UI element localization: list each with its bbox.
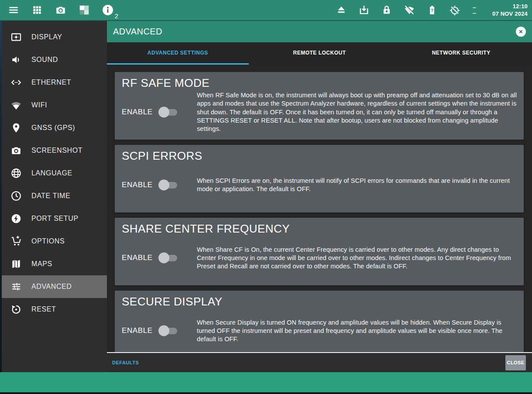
defaults-button[interactable]: DEFAULTS (112, 360, 139, 365)
camera-icon[interactable] (55, 4, 66, 16)
camera-icon (10, 145, 22, 156)
card-description: When Share CF is On, the current Center … (197, 246, 517, 271)
top-status-bar: 2 ? – – 12:10 07 NOV 2024 (0, 0, 532, 21)
card-description: When Secure Display is turned ON frequen… (197, 319, 517, 344)
wifi-icon (10, 99, 22, 111)
power-bolt-icon (10, 213, 22, 224)
sidebar-item-label: ADVANCED (31, 283, 72, 291)
card-body: ENABLE When Secure Display is turned ON … (122, 310, 517, 352)
sidebar-item-datetime[interactable]: DATE TIME (2, 185, 107, 207)
sidebar-item-options[interactable]: OPTIONS (2, 230, 107, 253)
card-body: ENABLE When SCPI Errors are on, the inst… (122, 164, 517, 206)
settings-cards-area: RF SAFE MODE ENABLE When RF Safe Mode is… (107, 65, 532, 352)
settings-sidebar: DISPLAY SOUND ETHERNET WIFI GNSS (GPS) S… (2, 21, 107, 372)
panel-title: ADVANCED (113, 27, 162, 37)
sidebar-item-display[interactable]: DISPLAY (2, 26, 107, 48)
info-icon[interactable]: 2 (102, 4, 113, 16)
sidebar-item-label: ETHERNET (31, 79, 71, 86)
dash-top: – (473, 7, 476, 8)
tune-sliders-icon (10, 281, 22, 292)
sidebar-item-label: SCREENSHOT (31, 147, 82, 154)
sidebar-item-wifi[interactable]: WIFI (2, 94, 107, 116)
sidebar-item-label: DISPLAY (31, 33, 62, 41)
toggle-knob (158, 325, 169, 336)
sidebar-item-label: OPTIONS (31, 237, 65, 245)
battery-unknown-icon[interactable]: ? (426, 4, 438, 16)
sidebar-item-maps[interactable]: MAPS (2, 253, 107, 275)
enable-label: ENABLE (122, 254, 153, 262)
cart-plus-icon (10, 236, 22, 247)
close-button[interactable]: CLOSE (505, 355, 526, 370)
enable-label: ENABLE (122, 108, 153, 116)
toggle-knob (158, 253, 169, 264)
card-body: ENABLE When Share CF is On, the current … (122, 237, 517, 279)
card-title: RF SAFE MODE (122, 76, 517, 90)
panel-close-button[interactable] (516, 27, 526, 37)
secure-display-toggle[interactable] (160, 328, 177, 334)
sidebar-item-label: RESET (31, 305, 56, 313)
globe-icon (10, 168, 22, 179)
card-rf-safe-mode: RF SAFE MODE ENABLE When RF Safe Mode is… (115, 72, 524, 140)
card-title: SECURE DISPLAY (122, 295, 517, 308)
rf-safe-mode-toggle[interactable] (160, 109, 177, 116)
panel-footer: DEFAULTS CLOSE (107, 352, 532, 372)
menu-icon[interactable] (8, 4, 19, 16)
display-brightness-icon (10, 31, 22, 43)
sidebar-item-ethernet[interactable]: ETHERNET (2, 71, 107, 94)
sidebar-item-screenshot[interactable]: SCREENSHOT (2, 139, 107, 162)
clock-date: 07 NOV 2024 (488, 10, 528, 17)
sidebar-item-sound[interactable]: SOUND (2, 48, 107, 71)
toggle-knob (158, 180, 169, 191)
tab-remote-lockout[interactable]: REMOTE LOCKOUT (249, 42, 391, 65)
card-secure-display: SECURE DISPLAY ENABLE When Secure Displa… (115, 291, 524, 352)
toggle-knob (158, 107, 169, 118)
wifi-off-icon[interactable] (404, 4, 415, 16)
sidebar-item-label: DATE TIME (31, 192, 70, 200)
enable-row: ENABLE (122, 254, 197, 262)
sidebar-item-label: GNSS (GPS) (31, 124, 75, 132)
sidebar-item-reset[interactable]: RESET (2, 298, 107, 321)
enable-row: ENABLE (122, 326, 197, 335)
timer-off-icon[interactable] (449, 4, 460, 16)
clock-time: 12:10 (488, 3, 528, 10)
apps-grid-icon[interactable] (31, 4, 43, 16)
scpi-errors-toggle[interactable] (160, 182, 177, 188)
share-cf-toggle[interactable] (160, 255, 177, 261)
topbar-right-icons: ? – – 12:10 07 NOV 2024 (336, 3, 532, 17)
eject-icon[interactable] (336, 4, 347, 16)
panel-header: ADVANCED (107, 21, 532, 42)
bottom-dark-edge (0, 392, 532, 394)
clock-icon (10, 190, 22, 202)
sidebar-item-language[interactable]: LANGUAGE (2, 162, 107, 185)
info-count-badge: 2 (115, 12, 118, 20)
status-placeholder-dashes: – – (472, 7, 477, 14)
tab-advanced-settings[interactable]: ADVANCED SETTINGS (107, 42, 249, 65)
advanced-panel: ADVANCED ADVANCED SETTINGS REMOTE LOCKOU… (107, 21, 532, 372)
sidebar-item-advanced[interactable]: ADVANCED (2, 275, 107, 298)
enable-label: ENABLE (122, 326, 153, 335)
card-title: SHARE CENTER FREQUENCY (122, 222, 517, 236)
sidebar-item-label: PORT SETUP (31, 215, 79, 223)
card-share-center-frequency: SHARE CENTER FREQUENCY ENABLE When Share… (115, 218, 524, 285)
sidebar-item-gnss[interactable]: GNSS (GPS) (2, 116, 107, 139)
theme-squares-icon[interactable] (79, 4, 90, 16)
card-description: When RF Safe Mode is on, the instrument … (197, 91, 517, 133)
panel-tabs: ADVANCED SETTINGS REMOTE LOCKOUT NETWORK… (107, 42, 532, 65)
tab-network-security[interactable]: NETWORK SECURITY (390, 42, 532, 65)
sidebar-item-label: LANGUAGE (31, 169, 72, 177)
sidebar-item-label: MAPS (31, 260, 52, 268)
dash-bottom: – (473, 12, 476, 14)
speaker-icon (10, 54, 22, 65)
save-download-icon[interactable] (358, 4, 370, 16)
sidebar-item-label: WIFI (31, 101, 47, 109)
close-icon (518, 28, 524, 35)
clock-display: 12:10 07 NOV 2024 (488, 3, 528, 17)
card-description: When SCPI Errors are on, the instrument … (197, 177, 517, 194)
card-scpi-errors: SCPI ERRORS ENABLE When SCPI Errors are … (115, 145, 524, 212)
sidebar-item-label: SOUND (31, 56, 58, 64)
enable-row: ENABLE (122, 108, 197, 116)
lock-add-icon[interactable] (381, 4, 392, 16)
sidebar-item-portsetup[interactable]: PORT SETUP (2, 207, 107, 230)
topbar-left-icons: 2 (0, 4, 113, 16)
card-body: ENABLE When RF Safe Mode is on, the inst… (122, 91, 517, 133)
